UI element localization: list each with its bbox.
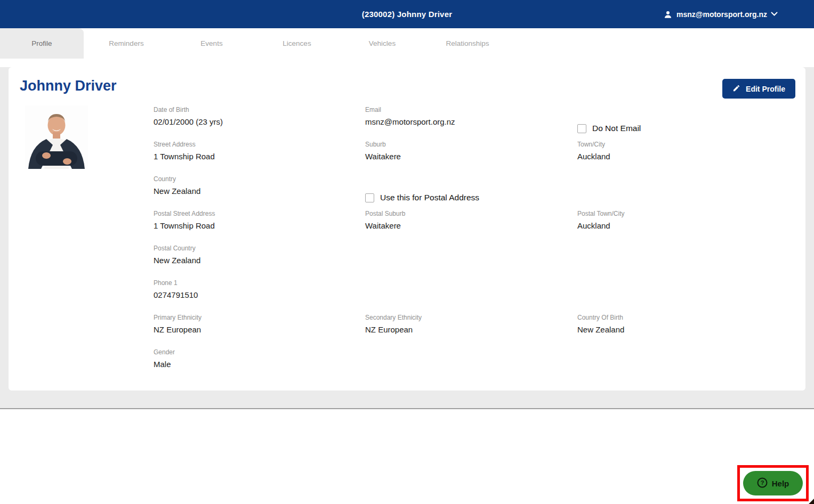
field-value: New Zealand (154, 186, 365, 196)
tab-bar: Profile Reminders Events Licences Vehicl… (0, 28, 814, 59)
field-value: New Zealand (154, 256, 365, 265)
pencil-icon (732, 84, 740, 94)
field-value: msnz@motorsport.org.nz (365, 117, 577, 126)
field-label: Street Address (154, 141, 365, 148)
help-label: Help (772, 479, 789, 488)
user-menu[interactable]: msnz@motorsport.org.nz (663, 0, 778, 28)
help-button[interactable]: ? Help (743, 471, 803, 495)
chevron-down-icon (771, 12, 778, 17)
field-value: 0274791510 (154, 290, 365, 299)
profile-card: Johnny Driver Edit Profile (9, 67, 805, 391)
field-label: Suburb (365, 141, 577, 148)
field-label: Gender (154, 348, 365, 356)
profile-fields: Date of Birth 02/01/2000 (23 yrs) Email … (154, 106, 789, 383)
edit-profile-button[interactable]: Edit Profile (722, 79, 795, 99)
field-value: 02/01/2000 (23 yrs) (154, 117, 365, 126)
field-label: Email (365, 106, 577, 113)
tab-relationships[interactable]: Relationships (425, 28, 510, 59)
use-postal-label: Use this for Postal Address (380, 193, 479, 202)
field-postal-town-city: Postal Town/City Auckland (577, 210, 789, 245)
tab-licences[interactable]: Licences (254, 28, 340, 59)
field-value: New Zealand (577, 325, 789, 334)
field-value: Auckland (577, 152, 789, 161)
field-label: Date of Birth (154, 106, 365, 113)
field-phone-1: Phone 1 0274791510 (154, 279, 365, 314)
field-label: Town/City (577, 141, 789, 148)
do-not-email-row: Do Not Email (577, 106, 789, 141)
use-postal-row: Use this for Postal Address (365, 175, 577, 210)
field-secondary-ethnicity: Secondary Ethnicity NZ European (365, 314, 577, 348)
field-label: Postal Suburb (365, 210, 577, 217)
edit-profile-label: Edit Profile (746, 85, 785, 93)
field-postal-street-address: Postal Street Address 1 Township Road (154, 210, 365, 245)
mouse-cursor (807, 498, 814, 504)
field-label: Postal Town/City (577, 210, 789, 217)
field-label: Phone 1 (154, 279, 365, 287)
user-email: msnz@motorsport.org.nz (676, 10, 767, 19)
field-country: Country New Zealand (154, 175, 365, 210)
question-circle-icon: ? (757, 477, 768, 490)
use-postal-checkbox[interactable] (365, 193, 374, 202)
field-primary-ethnicity: Primary Ethnicity NZ European (154, 314, 365, 348)
field-date-of-birth: Date of Birth 02/01/2000 (23 yrs) (154, 106, 365, 141)
field-email: Email msnz@motorsport.org.nz (365, 106, 577, 141)
field-gender: Gender Male (154, 348, 365, 383)
field-value: Auckland (577, 221, 789, 230)
field-value: Male (154, 360, 365, 369)
profile-photo (25, 105, 88, 169)
tab-reminders[interactable]: Reminders (84, 28, 169, 59)
field-label: Postal Country (154, 245, 365, 252)
field-suburb: Suburb Waitakere (365, 141, 577, 175)
field-value: 1 Township Road (154, 221, 365, 230)
field-label: Country Of Birth (577, 314, 789, 321)
field-postal-country: Postal Country New Zealand (154, 245, 365, 279)
field-label: Postal Street Address (154, 210, 365, 217)
field-country-of-birth: Country Of Birth New Zealand (577, 314, 789, 348)
content-area: Johnny Driver Edit Profile (0, 67, 814, 409)
svg-text:?: ? (760, 479, 764, 486)
user-icon (663, 10, 673, 19)
do-not-email-label: Do Not Email (592, 124, 641, 133)
app-header: (230002) Johnny Driver msnz@motorsport.o… (0, 0, 814, 28)
field-label: Primary Ethnicity (154, 314, 365, 321)
do-not-email-checkbox[interactable] (577, 124, 586, 133)
field-value: Waitakere (365, 221, 577, 230)
field-town-city: Town/City Auckland (577, 141, 789, 175)
field-street-address: Street Address 1 Township Road (154, 141, 365, 175)
field-label: Country (154, 175, 365, 183)
field-postal-suburb: Postal Suburb Waitakere (365, 210, 577, 245)
field-label: Secondary Ethnicity (365, 314, 577, 321)
tab-profile[interactable]: Profile (0, 28, 84, 59)
field-value: 1 Township Road (154, 152, 365, 161)
field-value: NZ European (365, 325, 577, 334)
tab-events[interactable]: Events (169, 28, 254, 59)
annotation-highlight-box: ? Help (737, 465, 809, 501)
field-value: Waitakere (365, 152, 577, 161)
profile-name-heading: Johnny Driver (20, 78, 117, 94)
field-value: NZ European (154, 325, 365, 334)
tab-vehicles[interactable]: Vehicles (340, 28, 425, 59)
